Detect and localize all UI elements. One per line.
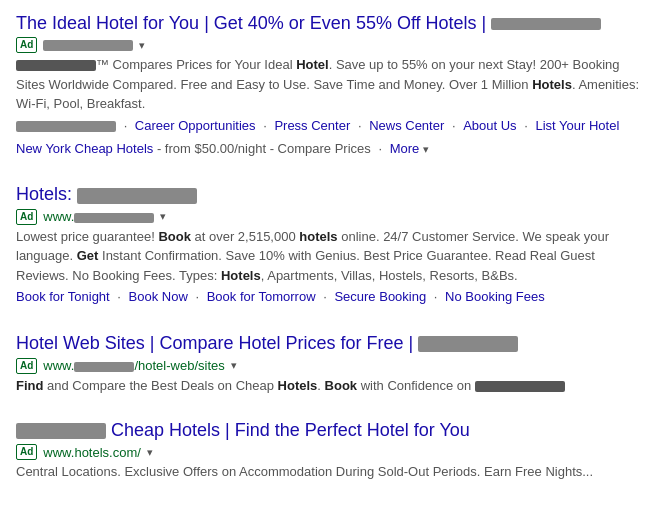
- ad-badge-4: Ad: [16, 444, 37, 460]
- result-3-desc: Find and Compare the Best Deals on Cheap…: [16, 376, 643, 396]
- result-1: The Ideal Hotel for You | Get 40% or Eve…: [16, 12, 643, 159]
- result-3-title-redacted: [418, 336, 518, 352]
- result-2-title[interactable]: Hotels:: [16, 184, 197, 204]
- quicklink-book-tomorrow[interactable]: Book for Tomorrow: [207, 289, 316, 304]
- result-1-url-redacted: [43, 40, 133, 51]
- result-4-title[interactable]: Cheap Hotels | Find the Perfect Hotel fo…: [16, 420, 470, 440]
- result-3-chevron[interactable]: ▾: [231, 359, 237, 372]
- sitelink-career-opportunities[interactable]: Career Opportunities: [135, 118, 256, 133]
- result-3-url-redacted: [74, 362, 134, 372]
- result-1-title-redacted: [491, 18, 601, 30]
- result-1-sitelinks: · Career Opportunities · Press Center · …: [16, 116, 643, 137]
- sitelink-news-center[interactable]: News Center: [369, 118, 444, 133]
- result-1-chevron[interactable]: ▾: [139, 39, 145, 52]
- result-2: Hotels: Ad www. ▾ Lowest price guarantee…: [16, 183, 643, 308]
- quicklink-more[interactable]: More: [390, 141, 420, 156]
- quicklink-new-york-cheap-hotels[interactable]: New York Cheap Hotels: [16, 141, 153, 156]
- result-1-desc: ™ Compares Prices for Your Ideal Hotel. …: [16, 55, 643, 114]
- sitelink-about-us[interactable]: About Us: [463, 118, 516, 133]
- quicklink-book-tonight[interactable]: Book for Tonight: [16, 289, 110, 304]
- result-3-url: www./hotel-web/sites: [43, 358, 224, 373]
- quicklink-more-chevron[interactable]: ▾: [423, 143, 429, 155]
- result-4-url: www.hotels.com/: [43, 445, 141, 460]
- result-1-ad-row: Ad ▾: [16, 37, 643, 53]
- result-3: Hotel Web Sites | Compare Hotel Prices f…: [16, 332, 643, 395]
- result-2-desc: Lowest price guarantee! Book at over 2,5…: [16, 227, 643, 286]
- result-1-sitelinks-redacted: [16, 121, 116, 132]
- result-2-title-redacted: [77, 188, 197, 204]
- result-4: Cheap Hotels | Find the Perfect Hotel fo…: [16, 419, 643, 482]
- result-2-url-redacted: [74, 213, 154, 223]
- result-4-desc: Central Locations. Exclusive Offers on A…: [16, 462, 643, 482]
- sitelink-list-your-hotel[interactable]: List Your Hotel: [535, 118, 619, 133]
- sitelink-press-center[interactable]: Press Center: [274, 118, 350, 133]
- quicklink-no-booking-fees[interactable]: No Booking Fees: [445, 289, 545, 304]
- result-3-desc-redacted: [475, 381, 565, 392]
- result-3-ad-row: Ad www./hotel-web/sites ▾: [16, 358, 643, 374]
- result-2-quicklinks: Book for Tonight · Book Now · Book for T…: [16, 287, 643, 308]
- quicklink-book-now[interactable]: Book Now: [129, 289, 188, 304]
- ad-badge-1: Ad: [16, 37, 37, 53]
- ad-badge-2: Ad: [16, 209, 37, 225]
- ad-badge-3: Ad: [16, 358, 37, 374]
- result-3-url-path: /hotel-web/sites: [134, 358, 224, 373]
- result-1-desc-redacted: [16, 60, 96, 71]
- result-4-chevron[interactable]: ▾: [147, 446, 153, 459]
- result-1-title[interactable]: The Ideal Hotel for You | Get 40% or Eve…: [16, 13, 601, 33]
- result-2-ad-row: Ad www. ▾: [16, 209, 643, 225]
- result-4-ad-row: Ad www.hotels.com/ ▾: [16, 444, 643, 460]
- result-2-chevron[interactable]: ▾: [160, 210, 166, 223]
- quicklink-secure-booking[interactable]: Secure Booking: [334, 289, 426, 304]
- result-3-title[interactable]: Hotel Web Sites | Compare Hotel Prices f…: [16, 333, 518, 353]
- result-1-quicklinks: New York Cheap Hotels - from $50.00/nigh…: [16, 139, 643, 160]
- result-4-title-redacted: [16, 423, 106, 439]
- quicklink-price-text: - from $50.00/night - Compare Prices: [153, 141, 370, 156]
- result-2-url: www.: [43, 209, 154, 224]
